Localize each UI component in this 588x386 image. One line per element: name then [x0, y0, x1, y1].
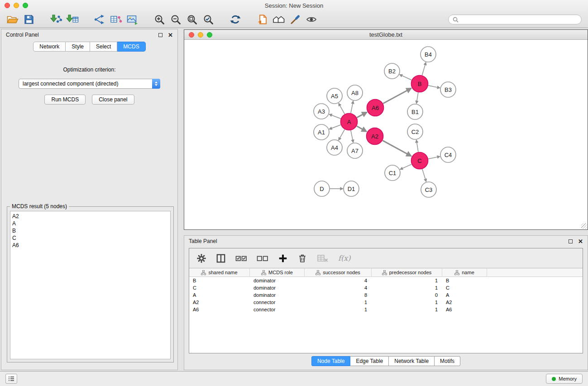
node-A2[interactable]: A2	[367, 128, 383, 145]
node-A5[interactable]: A5	[327, 88, 342, 104]
tab-node-table[interactable]: Node Table	[311, 356, 351, 366]
table-close-panel-icon[interactable]: ✕	[578, 238, 583, 244]
edge-C-C1[interactable]	[400, 164, 411, 169]
node-D1[interactable]: D1	[344, 181, 359, 196]
result-item[interactable]: C	[12, 234, 170, 242]
zoom-window-button[interactable]	[23, 3, 28, 8]
run-mcds-button[interactable]: Run MCDS	[44, 95, 86, 105]
tab-network-table[interactable]: Network Table	[389, 356, 435, 366]
edge-A-A6[interactable]	[357, 112, 367, 118]
node-C4[interactable]: C4	[440, 147, 456, 162]
table-row[interactable]: Cdominator41C	[189, 284, 583, 291]
network-window-titlebar[interactable]: testGlobe.txt	[184, 30, 588, 40]
settings-gear-icon[interactable]	[196, 253, 206, 263]
result-item[interactable]: A	[12, 220, 170, 227]
column-header-shared-name[interactable]: shared name	[189, 268, 250, 276]
edge-C-C4[interactable]	[428, 157, 440, 159]
tab-style[interactable]: Style	[66, 42, 90, 52]
search-box[interactable]	[448, 14, 582, 24]
edge-B-B1[interactable]	[416, 92, 418, 103]
show-graphics-details-icon[interactable]	[303, 13, 320, 26]
paint-styles-icon[interactable]	[287, 13, 303, 26]
network-minimize-button[interactable]	[198, 32, 203, 38]
task-history-button[interactable]	[5, 374, 17, 384]
node-A[interactable]: A	[341, 114, 358, 130]
column-visibility-icon[interactable]	[216, 253, 226, 263]
node-B4[interactable]: B4	[421, 47, 436, 62]
refresh-layout-icon[interactable]	[227, 13, 244, 26]
network-close-button[interactable]	[189, 32, 194, 38]
network-canvas[interactable]: B4B2BB3B1A5A8A6A3AA1C2A2A4A7C4CC1C3DD1	[184, 40, 588, 229]
result-item[interactable]: B	[12, 227, 170, 234]
edge-B-B2[interactable]	[400, 75, 411, 80]
node-A3[interactable]: A3	[314, 104, 329, 119]
edge-A2-C[interactable]	[382, 140, 411, 156]
delete-row-icon[interactable]	[297, 253, 307, 263]
edge-B-B3[interactable]	[428, 86, 440, 88]
tab-edge-table[interactable]: Edge Table	[350, 356, 389, 366]
node-A8[interactable]: A8	[347, 85, 363, 100]
table-row[interactable]: A2connector11A2	[189, 299, 583, 306]
result-item[interactable]: A2	[12, 213, 170, 220]
deselect-all-icon[interactable]	[257, 253, 268, 263]
recent-document-icon[interactable]	[254, 13, 271, 26]
node-D[interactable]: D	[314, 181, 330, 196]
criterion-dropdown[interactable]: largest connected component (directed)	[19, 79, 160, 89]
zoom-out-icon[interactable]	[167, 13, 184, 26]
table-row[interactable]: Adominator80A	[189, 291, 583, 299]
node-B2[interactable]: B2	[384, 63, 400, 79]
column-header-name[interactable]: name	[442, 268, 487, 276]
add-row-icon[interactable]	[278, 253, 288, 263]
table-row[interactable]: Bdominator41B	[189, 277, 583, 284]
node-C1[interactable]: C1	[385, 165, 400, 181]
home-overview-icon[interactable]	[271, 13, 287, 26]
tab-motifs[interactable]: Motifs	[435, 356, 460, 366]
table-row[interactable]: A6connector11A6	[189, 306, 583, 313]
column-header-successor-nodes[interactable]: successor nodes	[305, 268, 372, 276]
import-table-icon[interactable]	[64, 13, 81, 26]
zoom-in-icon[interactable]	[151, 13, 167, 26]
memory-button[interactable]: Memory	[546, 374, 583, 384]
node-C[interactable]: C	[411, 152, 428, 169]
float-panel-icon[interactable]	[158, 33, 163, 37]
network-zoom-button[interactable]	[207, 32, 212, 38]
edge-A-A1[interactable]	[329, 125, 340, 129]
edge-A-A7[interactable]	[351, 130, 353, 143]
save-session-icon[interactable]	[21, 13, 37, 26]
edge-C-C3[interactable]	[422, 169, 426, 182]
edge-A-A8[interactable]	[351, 101, 353, 113]
open-session-icon[interactable]	[5, 13, 21, 26]
close-window-button[interactable]	[5, 3, 10, 8]
resize-grip[interactable]	[581, 223, 587, 229]
tab-mcds[interactable]: MCDS	[117, 42, 145, 52]
import-network-icon[interactable]	[48, 13, 64, 26]
network-share-icon[interactable]	[91, 13, 108, 26]
node-A7[interactable]: A7	[347, 143, 363, 158]
node-C3[interactable]: C3	[421, 182, 436, 197]
node-A6[interactable]: A6	[367, 100, 384, 116]
mcds-result-list[interactable]: A2ABCA6	[10, 211, 171, 359]
edge-A-A5[interactable]	[339, 103, 344, 114]
node-A4[interactable]: A4	[327, 140, 342, 155]
node-B3[interactable]: B3	[440, 82, 456, 97]
edge-A-A4[interactable]	[339, 129, 344, 140]
zoom-selected-icon[interactable]	[200, 13, 216, 26]
edge-A-A2[interactable]	[357, 126, 366, 132]
node-A1[interactable]: A1	[314, 124, 329, 140]
close-panel-icon[interactable]: ✕	[168, 32, 173, 38]
close-panel-button[interactable]: Close panel	[92, 95, 134, 105]
node-B[interactable]: B	[411, 76, 428, 92]
edge-B-B4[interactable]	[422, 62, 425, 75]
edge-A-A3[interactable]	[329, 114, 340, 119]
search-input[interactable]	[461, 16, 577, 23]
export-image-icon[interactable]	[124, 13, 140, 26]
column-header-MCDS-role[interactable]: MCDS role	[250, 268, 305, 276]
node-C2[interactable]: C2	[407, 124, 423, 139]
minimize-window-button[interactable]	[14, 3, 19, 8]
edge-A6-B[interactable]	[383, 88, 411, 103]
tab-select[interactable]: Select	[90, 42, 117, 52]
table-float-panel-icon[interactable]	[569, 239, 573, 243]
zoom-fit-icon[interactable]	[184, 13, 200, 26]
select-all-icon[interactable]	[235, 253, 247, 263]
edge-C-C2[interactable]	[416, 140, 418, 152]
